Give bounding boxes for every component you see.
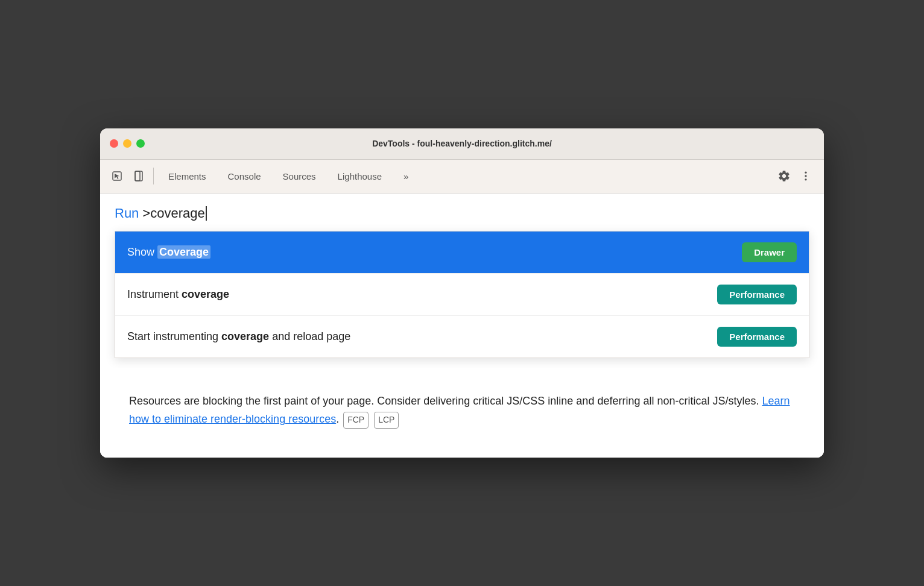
search-query[interactable]: >coverage bbox=[142, 206, 204, 221]
device-toggle-button[interactable] bbox=[129, 166, 148, 186]
item-highlight-coverage: Coverage bbox=[157, 245, 210, 259]
badge-drawer: Drawer bbox=[742, 242, 797, 262]
maximize-button[interactable] bbox=[136, 139, 145, 148]
minimize-button[interactable] bbox=[123, 139, 131, 148]
devtools-toolbar: Elements Console Sources Lighthouse » bbox=[100, 160, 824, 194]
item-prefix-3: Start instrumenting bbox=[127, 330, 221, 342]
settings-button[interactable] bbox=[776, 168, 793, 184]
item-text-start-instrumenting: Start instrumenting coverage and reload … bbox=[127, 330, 350, 343]
item-text-show-coverage: Show Coverage bbox=[127, 246, 210, 259]
tab-lighthouse[interactable]: Lighthouse bbox=[328, 166, 391, 186]
tab-sources[interactable]: Sources bbox=[273, 166, 326, 186]
dropdown-item-show-coverage[interactable]: Show Coverage Drawer bbox=[115, 232, 809, 274]
badge-performance-2: Performance bbox=[717, 327, 797, 347]
body-text-after-link: . bbox=[336, 413, 339, 425]
window-title: DevTools - foul-heavenly-direction.glitc… bbox=[372, 139, 552, 148]
svg-point-3 bbox=[805, 172, 806, 174]
run-label: Run bbox=[115, 206, 139, 221]
item-text-instrument: Instrument coverage bbox=[127, 288, 229, 301]
svg-rect-2 bbox=[135, 171, 140, 181]
command-dropdown: Show Coverage Drawer Instrument coverage… bbox=[115, 231, 809, 358]
item-bold-coverage-2: coverage bbox=[182, 288, 229, 300]
main-content: Run >coverage Show Coverage Drawer Instr… bbox=[100, 194, 824, 458]
command-palette: Run >coverage Show Coverage Drawer Instr… bbox=[100, 194, 824, 358]
dropdown-item-start-instrumenting[interactable]: Start instrumenting coverage and reload … bbox=[115, 316, 809, 358]
badge-lcp: LCP bbox=[374, 412, 399, 429]
toolbar-right-icons bbox=[776, 168, 817, 184]
svg-rect-1 bbox=[135, 171, 142, 181]
item-prefix-2: Instrument bbox=[127, 288, 182, 300]
tab-elements[interactable]: Elements bbox=[159, 166, 216, 186]
cursor-tool-button[interactable] bbox=[107, 166, 127, 186]
item-suffix-3: and reload page bbox=[269, 330, 350, 342]
body-paragraph: Resources are blocking the first paint o… bbox=[129, 392, 795, 429]
text-cursor bbox=[206, 206, 207, 221]
dropdown-item-instrument-coverage[interactable]: Instrument coverage Performance bbox=[115, 274, 809, 316]
body-text-before-link: Resources are blocking the first paint o… bbox=[129, 395, 762, 407]
devtools-window: DevTools - foul-heavenly-direction.glitc… bbox=[100, 128, 824, 458]
close-button[interactable] bbox=[110, 139, 118, 148]
more-options-button[interactable] bbox=[797, 168, 814, 184]
tab-more[interactable]: » bbox=[394, 166, 418, 186]
svg-point-4 bbox=[805, 175, 806, 177]
body-section: Resources are blocking the first paint o… bbox=[100, 368, 824, 458]
search-bar: Run >coverage bbox=[115, 206, 809, 231]
badge-fcp: FCP bbox=[343, 412, 369, 429]
badge-performance-1: Performance bbox=[717, 285, 797, 304]
svg-point-5 bbox=[805, 178, 806, 180]
item-bold-coverage-3: coverage bbox=[221, 330, 269, 342]
title-bar: DevTools - foul-heavenly-direction.glitc… bbox=[100, 128, 824, 160]
item-prefix-1: Show bbox=[127, 246, 157, 258]
toolbar-separator bbox=[153, 168, 154, 184]
tab-console[interactable]: Console bbox=[218, 166, 271, 186]
traffic-lights bbox=[110, 139, 145, 148]
